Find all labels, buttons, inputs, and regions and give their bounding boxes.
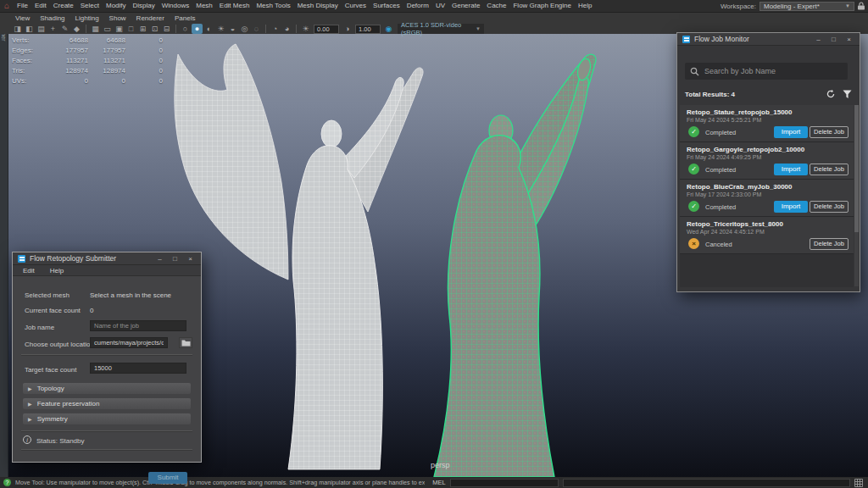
close-button[interactable]: × [843,33,854,46]
maximize-button[interactable]: □ [170,252,181,265]
outliner-panel-tab[interactable]: Outliner [0,12,8,477]
menu-windows[interactable]: Windows [159,0,192,12]
submitter-menubar: Edit Help [13,265,201,276]
panel-menu-renderer[interactable]: Renderer [131,14,170,22]
menu-select[interactable]: Select [77,0,103,12]
safe-action-icon[interactable]: ⊡ [149,24,160,34]
textured-mode-icon[interactable]: ◐ [203,24,214,34]
delete-job-button[interactable]: Delete Job [810,238,849,250]
browse-folder-button[interactable] [179,337,192,348]
menu-mesh-tools[interactable]: Mesh Tools [253,0,293,12]
grease-pencil-icon[interactable]: ✎ [59,24,70,34]
safe-title-icon[interactable]: ⊟ [161,24,172,34]
scrollbar-thumb[interactable] [854,105,859,232]
menu-edit[interactable]: Edit [31,0,50,12]
scrollbar[interactable] [854,105,859,286]
results-row: Total Results: 4 [685,88,852,100]
gate-mask-icon[interactable]: □ [125,24,136,34]
panel-menu-view[interactable]: View [10,14,35,22]
menu-deform[interactable]: Deform [403,0,432,12]
filter-icon[interactable] [843,90,852,99]
delete-job-button[interactable]: Delete Job [810,201,849,213]
camera-bookmark-icon[interactable]: ◧ [24,24,35,34]
workspace-lock-icon[interactable] [858,2,865,10]
panel-menu-show[interactable]: Show [104,14,131,22]
color-management-icon[interactable]: ◉ [383,24,394,34]
wireframe-mode-icon[interactable]: ○ [180,24,191,34]
import-button[interactable]: Import [774,201,808,213]
menu-display[interactable]: Display [130,0,159,12]
pan-zoom-icon[interactable]: + [47,24,58,34]
occlusion-icon[interactable]: ◎ [239,24,250,34]
minimize-button[interactable]: – [813,33,824,46]
exposure-field[interactable]: 0.00 [314,25,339,34]
import-button[interactable]: Import [774,126,808,138]
mel-command-input[interactable] [450,479,559,487]
menu-cache[interactable]: Cache [483,0,509,12]
section-feature-preservation[interactable]: ▶ Feature preservation [23,398,191,409]
hud-value: 113271 [41,56,88,66]
panel-menu-panels[interactable]: Panels [170,14,200,22]
delete-job-button[interactable]: Delete Job [810,126,849,138]
close-button[interactable]: × [185,252,196,265]
workspace-dropdown[interactable]: Modeling - Expert* ▼ [760,2,854,11]
maximize-button[interactable]: □ [828,33,839,46]
job-search-box[interactable] [685,63,848,80]
hud-value: 0 [125,76,163,86]
submitter-menu-edit[interactable]: Edit [23,267,35,274]
menu-modify[interactable]: Modify [103,0,130,12]
menu-curves[interactable]: Curves [342,0,370,12]
isolate-select-icon[interactable]: ◕ [281,24,292,34]
job-monitor-titlebar[interactable]: Flow Job Monitor – □ × [677,33,860,46]
camera-lock-icon[interactable]: ◨ [12,24,23,34]
menu-mesh[interactable]: Mesh [192,0,216,12]
submitter-menu-help[interactable]: Help [50,267,64,274]
menu-flow-graph-engine[interactable]: Flow Graph Engine [509,0,574,12]
xray-icon[interactable]: ◔ [270,24,281,34]
maya-app-icon[interactable]: ⌂ [0,0,14,12]
use-all-lights-icon[interactable]: ☀ [215,24,226,34]
resolution-gate-icon[interactable]: ▣ [114,24,125,34]
hud-row-uvs: UVs: 0 0 0 [12,76,163,86]
refresh-icon[interactable] [826,89,836,99]
submitter-titlebar[interactable]: Flow Retopology Submitter – □ × [13,252,201,265]
menu-help[interactable]: Help [575,0,595,12]
submit-button[interactable]: Submit [148,472,187,484]
panel-menu-shading[interactable]: Shading [35,14,70,22]
job-name-input[interactable] [90,320,186,331]
section-topology-label: Topology [37,385,64,392]
image-plane-icon[interactable]: ▤ [36,24,47,34]
shadows-icon[interactable]: ◒ [227,24,238,34]
exposure-icon[interactable]: ☀ [300,24,311,34]
section-topology[interactable]: ▶ Topology [23,383,191,394]
menu-surfaces[interactable]: Surfaces [370,0,403,12]
output-location-input[interactable] [90,337,168,348]
motion-blur-icon[interactable]: ◌ [251,24,262,34]
menu-mesh-display[interactable]: Mesh Display [294,0,342,12]
snap-icon[interactable]: ◆ [71,24,82,34]
mel-output-field[interactable] [563,479,851,487]
menu-uv[interactable]: UV [432,0,448,12]
field-chart-icon[interactable]: ⊞ [137,24,148,34]
script-editor-icon[interactable] [854,479,863,487]
delete-job-button[interactable]: Delete Job [810,164,849,175]
gamma-icon[interactable]: ◑ [342,24,353,34]
grid-display-icon[interactable]: ▦ [90,24,101,34]
target-face-count-input[interactable] [90,363,186,374]
help-icon[interactable]: ? [3,479,11,486]
gamma-field[interactable]: 1.00 [355,25,381,34]
panel-menu-lighting[interactable]: Lighting [70,14,104,22]
hud-value: 0 [41,76,88,86]
menu-file[interactable]: File [14,0,31,12]
import-button[interactable]: Import [774,164,808,175]
film-gate-icon[interactable]: ▭ [102,24,113,34]
menu-edit-mesh[interactable]: Edit Mesh [216,0,253,12]
minimize-button[interactable]: – [154,252,165,265]
section-symmetry[interactable]: ▶ Symmetry [23,413,191,424]
shaded-mode-icon[interactable]: ● [192,24,203,34]
menu-generate[interactable]: Generate [448,0,483,12]
job-card: Retopo_Statue_retopojob_15000 Fri May 24… [680,105,854,142]
view-transform-dropdown[interactable]: ACES 1.0 SDR-video (sRGB) ▼ [398,24,484,34]
menu-create[interactable]: Create [50,0,77,12]
search-input[interactable] [704,67,843,75]
